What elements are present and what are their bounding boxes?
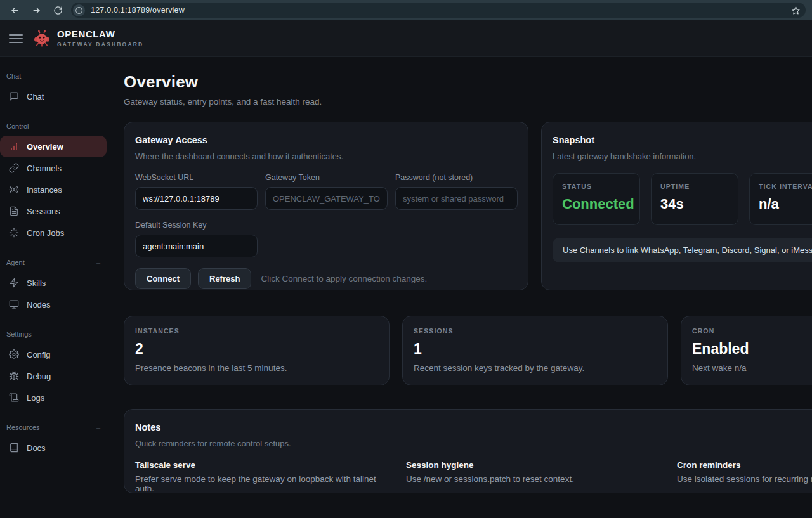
sidebar-group-label: Resources– xyxy=(0,424,112,431)
sidebar-group-control: Control–OverviewChannelsInstancesSession… xyxy=(0,122,112,243)
stat-card-value: Enabled xyxy=(692,340,812,358)
sidebar-group-agent: Agent–SkillsNodes xyxy=(0,259,112,315)
gateway-token-label: Gateway Token xyxy=(265,173,388,182)
sidebar-item-channels[interactable]: Channels xyxy=(0,157,107,179)
scroll-icon xyxy=(9,392,19,403)
note-desc: Use /new or sessions.patch to reset cont… xyxy=(406,474,664,484)
collapse-toggle[interactable]: – xyxy=(96,424,100,431)
arrow-left-icon xyxy=(10,6,20,15)
sidebar-item-docs[interactable]: Docs xyxy=(0,437,107,458)
snapshot-stat-uptime: UPTIME34s xyxy=(651,173,738,225)
sidebar-item-logs[interactable]: Logs xyxy=(0,387,107,408)
sidebar-item-overview[interactable]: Overview xyxy=(0,136,107,157)
sidebar-item-cron-jobs[interactable]: Cron Jobs xyxy=(0,222,107,243)
stat-card-desc: Presence beacons in the last 5 minutes. xyxy=(135,363,378,373)
sidebar-item-label: Instances xyxy=(27,185,62,195)
stat-label: STATUS xyxy=(562,183,631,190)
stat-card-label: INSTANCES xyxy=(135,327,378,335)
sidebar-item-label: Nodes xyxy=(27,300,51,309)
page-title: Overview xyxy=(124,72,812,92)
reload-icon xyxy=(53,6,63,15)
bookmark-star-icon[interactable] xyxy=(788,3,803,18)
notes-card: Notes Quick reminders for remote control… xyxy=(124,409,812,493)
sidebar-item-config[interactable]: Config xyxy=(0,344,107,365)
stat-card-label: CRON xyxy=(692,327,812,335)
snapshot-card: Snapshot Latest gateway handshake inform… xyxy=(541,122,812,290)
sidebar-item-nodes[interactable]: Nodes xyxy=(0,294,107,315)
brand-subtitle: GATEWAY DASHBOARD xyxy=(57,41,143,48)
collapse-toggle[interactable]: – xyxy=(96,330,100,338)
sidebar-item-skills[interactable]: Skills xyxy=(0,272,107,294)
snapshot-title: Snapshot xyxy=(553,135,812,145)
collapse-toggle[interactable]: – xyxy=(96,259,100,266)
stat-value: n/a xyxy=(759,196,812,212)
sidebar-group-label: Agent– xyxy=(0,259,112,266)
back-button[interactable] xyxy=(6,2,23,18)
connect-button[interactable]: Connect xyxy=(135,268,191,289)
sidebar-item-sessions[interactable]: Sessions xyxy=(0,200,107,222)
snapshot-stat-status: STATUSConnected xyxy=(553,173,640,225)
collapse-toggle[interactable]: – xyxy=(96,72,100,80)
sidebar-item-label: Logs xyxy=(27,393,44,403)
note-title: Session hygiene xyxy=(406,460,664,470)
note-cron-reminders: Cron remindersUse isolated sessions for … xyxy=(677,460,812,493)
stat-card-label: SESSIONS xyxy=(414,327,657,335)
sidebar-group-resources: Resources–Docs xyxy=(0,424,112,458)
hamburger-menu-button[interactable] xyxy=(9,32,23,46)
session-key-input[interactable] xyxy=(135,235,258,257)
bug-icon xyxy=(9,371,19,381)
site-info-icon[interactable] xyxy=(73,4,85,16)
sidebar-item-label: Docs xyxy=(27,443,46,453)
stat-label: UPTIME xyxy=(660,183,729,190)
link-icon xyxy=(9,163,19,173)
sidebar-item-instances[interactable]: Instances xyxy=(0,179,107,200)
snapshot-subtitle: Latest gateway handshake information. xyxy=(553,152,812,161)
url-text: 127.0.0.1:18789/overview xyxy=(91,6,185,15)
chat-icon xyxy=(9,91,19,101)
gateway-token-input[interactable] xyxy=(265,187,388,210)
zap-icon xyxy=(9,278,19,288)
bar-chart-icon xyxy=(9,141,19,152)
stat-value: 34s xyxy=(660,196,729,212)
stat-value: Connected xyxy=(562,196,631,212)
stat-card-instances: INSTANCES2Presence beacons in the last 5… xyxy=(124,316,390,385)
main-content: Overview Gateway status, entry points, a… xyxy=(112,57,812,518)
session-key-label: Default Session Key xyxy=(135,221,258,230)
browser-chrome: 127.0.0.1:18789/overview xyxy=(0,0,812,20)
stat-card-desc: Next wake n/a xyxy=(692,363,812,373)
websocket-url-input[interactable] xyxy=(135,187,258,210)
notes-grid: Tailscale servePrefer serve mode to keep… xyxy=(135,460,812,493)
sidebar: Chat–ChatControl–OverviewChannelsInstanc… xyxy=(0,57,112,518)
sidebar-group-chat: Chat–Chat xyxy=(0,72,112,107)
gateway-access-title: Gateway Access xyxy=(135,135,517,145)
broadcast-icon xyxy=(9,185,19,195)
app-header: OPENCLAW GATEWAY DASHBOARD xyxy=(0,20,812,57)
sidebar-item-label: Chat xyxy=(27,92,44,101)
openclaw-crab-logo-icon xyxy=(33,30,51,48)
book-icon xyxy=(9,443,19,453)
forward-button[interactable] xyxy=(28,2,44,18)
password-input[interactable] xyxy=(395,187,518,210)
collapse-toggle[interactable]: – xyxy=(96,122,100,130)
gateway-access-subtitle: Where the dashboard connects and how it … xyxy=(135,152,517,161)
stat-label: TICK INTERVAL xyxy=(759,183,812,190)
arrow-right-icon xyxy=(32,6,41,15)
file-text-icon xyxy=(9,206,19,216)
note-desc: Prefer serve mode to keep the gateway on… xyxy=(135,474,393,493)
spinner-icon xyxy=(9,228,19,238)
sidebar-item-debug[interactable]: Debug xyxy=(0,365,107,387)
note-title: Cron reminders xyxy=(677,460,812,470)
sidebar-item-chat[interactable]: Chat xyxy=(0,86,107,107)
refresh-button[interactable]: Refresh xyxy=(198,268,251,289)
reload-button[interactable] xyxy=(49,2,66,18)
note-tailscale-serve: Tailscale servePrefer serve mode to keep… xyxy=(135,460,393,493)
snapshot-stats: STATUSConnectedUPTIME34sTICK INTERVALn/a xyxy=(553,173,812,225)
sidebar-group-label: Control– xyxy=(0,122,112,130)
notes-title: Notes xyxy=(135,422,812,432)
address-bar[interactable]: 127.0.0.1:18789/overview xyxy=(71,3,806,18)
sidebar-item-label: Sessions xyxy=(27,207,60,216)
sidebar-group-label: Chat– xyxy=(0,72,112,80)
sidebar-item-label: Debug xyxy=(27,372,51,381)
stat-card-desc: Recent session keys tracked by the gatew… xyxy=(414,363,657,373)
notes-subtitle: Quick reminders for remote control setup… xyxy=(135,439,812,448)
